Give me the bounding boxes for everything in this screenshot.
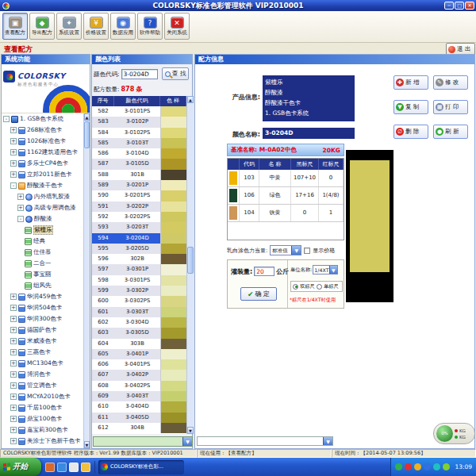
打印-button[interactable]: ▦打 印 [433, 100, 468, 114]
tree-item[interactable]: 紫檀乐 [2, 225, 85, 236]
color-row[interactable]: 5973-0301P [92, 264, 186, 274]
color-row[interactable]: 5933-0203T [92, 222, 186, 232]
color-row[interactable]: 5943-0204D [92, 233, 186, 244]
color-row[interactable]: 5853-0103T [92, 138, 186, 148]
expand-plus-icon[interactable]: + [10, 338, 17, 344]
formula-row[interactable]: 106绿色17+161(4/8) [228, 187, 344, 205]
color-row[interactable]: 5913-0202P [92, 202, 186, 212]
color-row[interactable]: 6093-0403T [92, 391, 186, 401]
expand-plus-icon[interactable]: + [10, 438, 17, 444]
color-row[interactable]: 6083-0402PS [92, 381, 186, 391]
expand-plus-icon[interactable]: + [10, 327, 17, 333]
toolbar-button-3[interactable]: ✦系统设置 [56, 13, 82, 40]
scrollbar-thumb[interactable] [84, 121, 90, 148]
color-row[interactable]: 612304B [92, 423, 186, 433]
tree-item[interactable]: +三惠色卡 [2, 347, 85, 358]
tree-item[interactable]: +德国萨色卡 [2, 324, 85, 336]
color-row[interactable]: 5823-0101PS [92, 106, 186, 117]
tree-item[interactable]: +博润色卡 [2, 369, 85, 380]
tray-icon-1[interactable] [395, 463, 402, 470]
expand-plus-icon[interactable]: + [10, 405, 17, 411]
tray-icon-2[interactable] [405, 463, 412, 470]
maximize-button[interactable]: □ [455, 2, 464, 10]
color-row[interactable]: 5873-0105D [92, 159, 186, 169]
expand-plus-icon[interactable]: + [10, 171, 17, 178]
color-list-scrollbar[interactable]: ▲ ▼ [186, 96, 194, 434]
tree-item[interactable]: +268标准色卡 [2, 125, 85, 136]
expand-plus-icon[interactable]: + [10, 149, 17, 155]
expand-plus-icon[interactable]: + [10, 360, 17, 367]
radio-button[interactable] [317, 284, 322, 290]
confirm-button[interactable]: ✔ 确 定 [240, 287, 277, 301]
taskbar-task-button[interactable]: COLORSKY标准色彩... [98, 460, 184, 474]
tree-item[interactable]: +华润300色卡 [2, 313, 85, 324]
color-row[interactable]: 5863-0104D [92, 148, 186, 159]
tree-item[interactable]: -1. GSB色卡系统 [2, 113, 85, 125]
tree-item[interactable]: +1162建筑通用色卡 [2, 147, 85, 158]
tint-strength-dropdown[interactable]: 标准值 ▼ [270, 245, 301, 255]
tray-icon-4[interactable] [424, 463, 431, 470]
color-row[interactable]: 6023-0304D [92, 317, 186, 328]
scrollbar-thumb[interactable] [187, 247, 194, 274]
scroll-up-icon[interactable]: ▲ [187, 96, 194, 103]
toolbar-button-6[interactable]: ?软件帮助 [137, 13, 163, 40]
chevron-down-icon[interactable]: ▼ [323, 437, 332, 445]
expand-plus-icon[interactable]: + [10, 427, 17, 433]
tree-item[interactable]: +MC1304色卡 [2, 358, 85, 369]
expand-plus-icon[interactable]: + [10, 349, 17, 355]
tree-item[interactable]: 事宝丽 [2, 269, 85, 280]
tree-item[interactable]: +华润459色卡 [2, 291, 85, 302]
expand-plus-icon[interactable]: + [10, 393, 17, 400]
expand-plus-icon[interactable]: + [10, 316, 17, 322]
tree-item[interactable]: +嘉宝莉300色卡 [2, 424, 85, 436]
fill-amount-input[interactable]: 20 [254, 267, 274, 276]
toolbar-button-7[interactable]: ✕关闭系统 [164, 13, 190, 40]
color-row[interactable]: 6003-0302PS [92, 296, 186, 306]
tree-item[interactable]: +内外墙乳胶漆 [2, 191, 85, 202]
formula-bottom-dropdown[interactable]: ▼ [197, 436, 333, 446]
tree-item[interactable]: 经典 [2, 236, 85, 247]
expand-plus-icon[interactable]: + [10, 138, 17, 144]
color-row[interactable]: 6013-0303T [92, 307, 186, 317]
color-row[interactable]: 604303B [92, 339, 186, 349]
color-row[interactable]: 6073-0402P [92, 370, 186, 380]
tree-item[interactable]: 二合一 [2, 258, 85, 269]
tree-item[interactable]: +高级专用调色漆 [2, 202, 85, 213]
tree-item[interactable]: +1026标准色卡 [2, 136, 85, 147]
color-row[interactable]: 596302B [92, 254, 186, 264]
collapse-minus-icon[interactable]: - [10, 182, 17, 189]
tray-icon-5[interactable] [433, 463, 440, 470]
color-row[interactable]: 5953-0205D [92, 244, 186, 254]
color-code-input[interactable]: 3-0204D [121, 69, 158, 79]
tree-item[interactable]: -醇酸漆 [2, 213, 85, 225]
tree-scrollbar[interactable]: ▲ ▼ [83, 113, 90, 448]
toolbar-button-1[interactable]: ▣查看配方 [2, 13, 28, 40]
tree-item[interactable]: +MCYA2010色卡 [2, 391, 85, 402]
toolbar-button-5[interactable]: ◉数据应用 [110, 13, 136, 40]
复制-button[interactable]: ▼复 制 [393, 100, 428, 114]
formula-row[interactable]: 104铁黄01 [228, 205, 344, 222]
unit-name-dropdown[interactable]: 1/4XT ▼ [313, 265, 338, 274]
tree-item[interactable]: +多乐士CP4色卡 [2, 158, 85, 169]
list-bottom-dropdown[interactable]: ▼ [93, 436, 193, 447]
chevron-down-icon[interactable]: ▼ [291, 246, 301, 255]
color-row[interactable]: 5843-0102PS [92, 128, 186, 138]
collapse-minus-icon[interactable]: - [3, 116, 10, 122]
color-row[interactable]: 5983-0301PS [92, 275, 186, 286]
color-row[interactable]: 588301B [92, 170, 186, 180]
search-button[interactable]: 查 找 [162, 67, 189, 80]
删除-button[interactable]: ∅删 除 [393, 125, 428, 139]
radio-button[interactable] [293, 284, 298, 290]
color-row[interactable]: 6033-0305D [92, 328, 186, 338]
expand-plus-icon[interactable]: + [10, 160, 17, 167]
quick-launch-icon-3[interactable] [69, 463, 79, 472]
scroll-down-icon[interactable]: ▼ [84, 441, 90, 448]
color-row[interactable]: 5923-0202PS [92, 212, 186, 222]
expand-plus-icon[interactable]: + [17, 194, 24, 200]
color-row[interactable]: 6103-0404D [92, 401, 186, 412]
quick-launch-icon-1[interactable] [45, 463, 55, 472]
color-row[interactable]: 5903-0201PS [92, 190, 186, 201]
tree-item[interactable]: +美涂士下色新干色卡 [2, 436, 85, 447]
close-button[interactable]: ✕ [465, 2, 474, 10]
expand-plus-icon[interactable]: + [10, 294, 17, 300]
